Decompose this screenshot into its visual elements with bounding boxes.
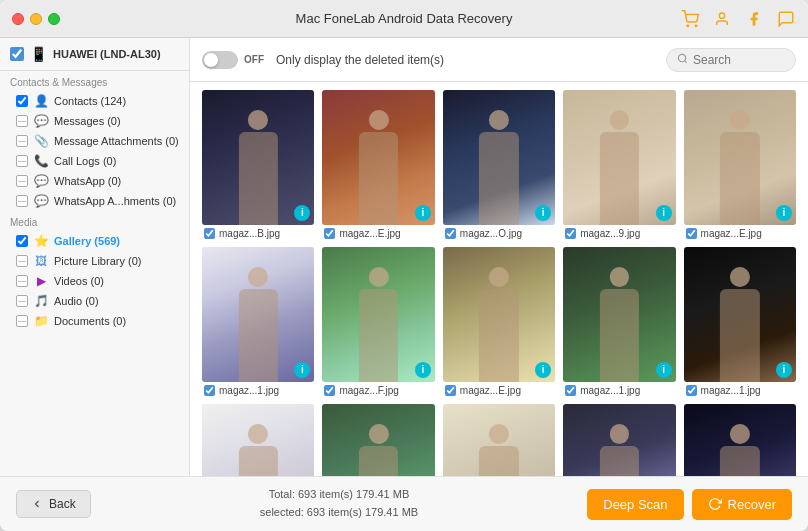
videos-label: Videos (0) — [54, 275, 104, 287]
search-box[interactable] — [666, 48, 796, 72]
grid-item-label: magaz...E.jpg — [443, 385, 555, 396]
search-icon — [677, 53, 688, 66]
grid-item[interactable]: i magaz...B.jpg — [202, 90, 314, 239]
videos-checkbox[interactable] — [16, 275, 28, 287]
close-button[interactable] — [12, 13, 24, 25]
grid-item[interactable]: i magaz...E.jpg — [202, 404, 314, 476]
grid-item[interactable]: i magaz...1.jpg — [202, 247, 314, 396]
contacts-icon: 👤 — [34, 94, 48, 108]
grid-item-checkbox[interactable] — [445, 228, 456, 239]
sidebar-item-call-logs[interactable]: 📞 Call Logs (0) — [0, 151, 189, 171]
grid-item-checkbox[interactable] — [324, 385, 335, 396]
grid-item[interactable]: i magaz...3.jpg — [322, 404, 434, 476]
documents-icon: 📁 — [34, 314, 48, 328]
photo-grid-area: i magaz...B.jpg i magaz...E.jpg — [190, 82, 808, 476]
grid-item[interactable]: i magaz...1.jpg — [684, 247, 796, 396]
sidebar-item-picture-lib[interactable]: 🖼 Picture Library (0) — [0, 251, 189, 271]
grid-item-label: magaz...F.jpg — [322, 385, 434, 396]
grid-item[interactable]: i magaz...E.jpg — [684, 404, 796, 476]
grid-item[interactable]: i magaz...1.jpg — [563, 247, 675, 396]
maximize-button[interactable] — [48, 13, 60, 25]
grid-item[interactable]: i magaz...F.jpg — [322, 247, 434, 396]
whatsapp-attach-checkbox[interactable] — [16, 195, 28, 207]
picture-lib-label: Picture Library (0) — [54, 255, 141, 267]
grid-item-label: magaz...E.jpg — [684, 228, 796, 239]
grid-item-checkbox[interactable] — [565, 228, 576, 239]
grid-item-checkbox[interactable] — [686, 385, 697, 396]
sidebar-item-gallery[interactable]: ⭐ Gallery (569) — [0, 231, 189, 251]
audio-label: Audio (0) — [54, 295, 99, 307]
grid-item[interactable]: i magaz...E.jpg — [322, 90, 434, 239]
svg-point-1 — [695, 25, 697, 27]
sidebar-item-contacts[interactable]: 👤 Contacts (124) — [0, 91, 189, 111]
whatsapp-attach-icon: 💬 — [34, 194, 48, 208]
sidebar-item-documents[interactable]: 📁 Documents (0) — [0, 311, 189, 331]
toggle-label: OFF — [244, 54, 264, 65]
documents-checkbox[interactable] — [16, 315, 28, 327]
grid-item[interactable]: i magaz...E.jpg — [684, 90, 796, 239]
info-badge[interactable]: i — [415, 205, 431, 221]
grid-item-checkbox[interactable] — [204, 228, 215, 239]
sidebar-item-msg-attach[interactable]: 📎 Message Attachments (0) — [0, 131, 189, 151]
svg-point-0 — [687, 25, 689, 27]
back-button[interactable]: Back — [16, 490, 91, 518]
facebook-icon[interactable] — [744, 9, 764, 29]
grid-item-checkbox[interactable] — [204, 385, 215, 396]
photo-thumb: i — [684, 90, 796, 225]
grid-item[interactable]: i magaz...3.jpg — [563, 404, 675, 476]
main-content: 📱 HUAWEI (LND-AL30) Contacts & Messages … — [0, 38, 808, 476]
device-checkbox[interactable] — [10, 47, 24, 61]
grid-item[interactable]: i magaz...E.jpg — [443, 247, 555, 396]
info-badge[interactable]: i — [415, 362, 431, 378]
grid-item[interactable]: i magaz...O.jpg — [443, 90, 555, 239]
info-badge[interactable]: i — [776, 362, 792, 378]
sidebar-item-messages[interactable]: 💬 Messages (0) — [0, 111, 189, 131]
sidebar-item-videos[interactable]: ▶ Videos (0) — [0, 271, 189, 291]
videos-icon: ▶ — [34, 274, 48, 288]
info-badge[interactable]: i — [776, 205, 792, 221]
sidebar-item-whatsapp[interactable]: 💬 WhatsApp (0) — [0, 171, 189, 191]
toggle-switch[interactable]: OFF — [202, 51, 264, 69]
documents-label: Documents (0) — [54, 315, 126, 327]
grid-item[interactable]: i magaz...9.jpg — [563, 90, 675, 239]
person-icon[interactable] — [712, 9, 732, 29]
grid-item-checkbox[interactable] — [686, 228, 697, 239]
bottom-bar: Back Total: 693 item(s) 179.41 MB select… — [0, 476, 808, 531]
content-toolbar: OFF Only display the deleted item(s) — [190, 38, 808, 82]
cart-icon[interactable] — [680, 9, 700, 29]
messages-checkbox[interactable] — [16, 115, 28, 127]
grid-item-label: magaz...1.jpg — [202, 385, 314, 396]
display-text: Only display the deleted item(s) — [276, 53, 444, 67]
grid-item-checkbox[interactable] — [565, 385, 576, 396]
grid-item-checkbox[interactable] — [324, 228, 335, 239]
msg-attach-checkbox[interactable] — [16, 135, 28, 147]
sidebar-item-audio[interactable]: 🎵 Audio (0) — [0, 291, 189, 311]
grid-item[interactable]: i magaz...8.jpg — [443, 404, 555, 476]
search-input[interactable] — [693, 53, 785, 67]
info-badge[interactable]: i — [656, 205, 672, 221]
sidebar-item-whatsapp-attach[interactable]: 💬 WhatsApp A...hments (0) — [0, 191, 189, 211]
grid-item-checkbox[interactable] — [445, 385, 456, 396]
device-header[interactable]: 📱 HUAWEI (LND-AL30) — [0, 38, 189, 71]
info-badge[interactable]: i — [656, 362, 672, 378]
grid-item-label: magaz...B.jpg — [202, 228, 314, 239]
chat-icon[interactable] — [776, 9, 796, 29]
deep-scan-button[interactable]: Deep Scan — [587, 489, 683, 520]
toggle-track[interactable] — [202, 51, 238, 69]
recover-button[interactable]: Recover — [692, 489, 792, 520]
grid-filename: magaz...E.jpg — [701, 228, 762, 239]
gallery-checkbox[interactable] — [16, 235, 28, 247]
whatsapp-checkbox[interactable] — [16, 175, 28, 187]
info-badge[interactable]: i — [535, 362, 551, 378]
svg-line-4 — [685, 61, 687, 63]
contacts-checkbox[interactable] — [16, 95, 28, 107]
info-badge[interactable]: i — [535, 205, 551, 221]
call-logs-checkbox[interactable] — [16, 155, 28, 167]
audio-checkbox[interactable] — [16, 295, 28, 307]
photo-thumb: i — [322, 247, 434, 382]
picture-lib-checkbox[interactable] — [16, 255, 28, 267]
photo-thumb: i — [443, 404, 555, 476]
photo-thumb: i — [202, 247, 314, 382]
photo-thumb: i — [202, 404, 314, 476]
minimize-button[interactable] — [30, 13, 42, 25]
